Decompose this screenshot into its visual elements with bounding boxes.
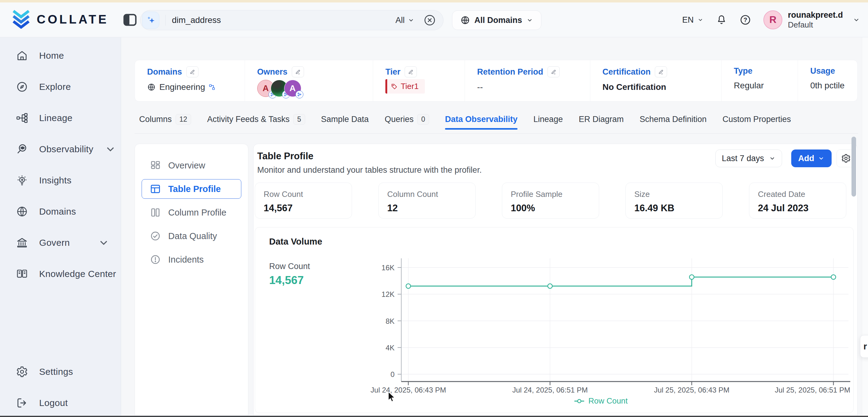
help-button[interactable]: ?	[740, 14, 751, 26]
tab-columns[interactable]: Columns12	[139, 114, 191, 126]
tier-badge[interactable]: Tier1	[385, 79, 425, 94]
search-input[interactable]: dim_address	[172, 15, 221, 25]
gear-icon	[841, 154, 851, 163]
profiler-subnav: Overview Table Profile Column Profile Da…	[134, 144, 248, 416]
svg-text:Jul 24, 2025, 06:43 PM: Jul 24, 2025, 06:43 PM	[371, 386, 446, 394]
tab-sample-data[interactable]: Sample Data	[321, 115, 369, 125]
legend-marker-icon	[574, 398, 585, 404]
sidebar-item-observability[interactable]: Observability	[0, 139, 121, 159]
columns-icon	[150, 207, 161, 218]
chevron-down-icon	[104, 143, 117, 155]
domain-filter-dropdown[interactable]: All Domains	[452, 10, 541, 30]
sidebar-item-knowledge-center[interactable]: Knowledge Center	[0, 264, 121, 284]
legend-row-count[interactable]: Row Count	[347, 396, 855, 406]
edit-retention-button[interactable]	[548, 66, 560, 77]
meta-type: Type Regular	[721, 60, 798, 101]
stat-card-row-count: Row Count 14,567	[255, 183, 352, 219]
sidebar-item-logout[interactable]: Logout	[0, 393, 121, 413]
tag-icon	[391, 83, 398, 90]
global-search-bar[interactable]: dim_address All	[140, 10, 443, 30]
subnav-incidents[interactable]: Incidents	[142, 250, 241, 269]
ai-sparkle-button[interactable]	[142, 11, 159, 29]
sidebar-item-insights[interactable]: Insights	[0, 170, 121, 190]
sidebar-item-explore[interactable]: Explore	[0, 77, 121, 97]
sidebar-item-settings[interactable]: Settings	[0, 362, 121, 382]
logout-icon	[16, 397, 28, 409]
sidebar-item-domains[interactable]: Domains	[0, 202, 121, 221]
header-actions: EN ? R rounakpreet.d	[682, 2, 860, 37]
svg-text:?: ?	[744, 17, 747, 23]
chart-metric-label: Row Count	[269, 262, 310, 271]
sidebar-item-govern[interactable]: Govern	[0, 233, 121, 253]
data-volume-card: Data Volume Row Count 14,567 04K8K12K16K…	[255, 227, 854, 413]
subnav-data-quality[interactable]: Data Quality	[142, 226, 241, 246]
meta-retention-period: Retention Period --	[465, 60, 590, 101]
tab-schema-definition[interactable]: Schema Definition	[640, 115, 707, 125]
bank-icon	[16, 237, 28, 249]
stat-card-profile-sample: Profile Sample 100%	[502, 183, 599, 219]
sidebar-item-lineage[interactable]: Lineage	[0, 108, 121, 128]
link-icon	[297, 92, 302, 97]
tab-data-observability[interactable]: Data Observability	[445, 115, 518, 125]
chevron-down-icon	[408, 17, 414, 24]
chart-metric-value: 14,567	[269, 274, 304, 287]
pencil-icon	[658, 69, 664, 75]
tab-queries[interactable]: Queries0	[385, 114, 429, 126]
subnav-overview[interactable]: Overview	[142, 156, 241, 175]
app-root: COLLATE dim_address All	[0, 0, 868, 417]
edit-domains-button[interactable]	[186, 66, 198, 77]
table-icon	[150, 184, 161, 194]
edit-tier-button[interactable]	[405, 66, 417, 77]
floating-widget[interactable]: r	[860, 335, 868, 358]
sidebar-footer: Settings Logout	[0, 362, 121, 413]
profile-stats: Row Count 14,567 Column Count 12 Profile…	[255, 183, 846, 219]
svg-text:0: 0	[391, 370, 395, 379]
notifications-button[interactable]	[716, 14, 727, 26]
divider	[165, 15, 166, 26]
type-value: Regular	[734, 81, 764, 91]
svg-text:Jul 24, 2025, 06:51 PM: Jul 24, 2025, 06:51 PM	[512, 386, 588, 394]
edit-certification-button[interactable]	[655, 66, 667, 77]
search-clear-button[interactable]	[424, 14, 436, 26]
screen-bottom-edge	[0, 416, 868, 417]
chevron-down-icon	[769, 155, 776, 162]
stat-card-size: Size 16.49 KB	[625, 183, 723, 219]
check-circle-icon	[150, 230, 161, 242]
sidebar-collapse-button[interactable]	[123, 13, 137, 26]
subnav-table-profile[interactable]: Table Profile	[142, 179, 241, 199]
insights-icon	[16, 174, 28, 187]
svg-text:8K: 8K	[386, 317, 395, 325]
search-scope-dropdown[interactable]: All	[396, 15, 414, 25]
edit-owners-button[interactable]	[292, 66, 304, 77]
scrollbar-thumb[interactable]	[851, 137, 856, 197]
globe-icon	[460, 15, 470, 25]
chevron-down-icon	[853, 16, 860, 24]
chevron-down-icon	[818, 155, 825, 162]
tab-activity-feeds[interactable]: Activity Feeds & Tasks5	[207, 114, 305, 126]
book-icon	[16, 268, 28, 280]
svg-text:4K: 4K	[386, 344, 395, 352]
sidebar-item-home[interactable]: Home	[0, 46, 121, 65]
brand-logo[interactable]: COLLATE	[11, 10, 108, 29]
tab-badge: 12	[176, 114, 191, 125]
stat-card-created-date: Created Date 24 Jul 2023	[749, 183, 846, 219]
add-button[interactable]: Add	[791, 150, 832, 167]
language-dropdown[interactable]: EN	[682, 15, 704, 25]
svg-text:Jul 25, 2025, 06:51 PM: Jul 25, 2025, 06:51 PM	[775, 386, 850, 394]
subnav-column-profile[interactable]: Column Profile	[142, 203, 241, 222]
tab-lineage[interactable]: Lineage	[533, 115, 563, 125]
tab-er-diagram[interactable]: ER Diagram	[579, 115, 624, 125]
row-count-chart[interactable]: 04K8K12K16KJul 24, 2025, 06:43 PMJul 24,…	[347, 252, 855, 395]
tab-custom-properties[interactable]: Custom Properties	[722, 115, 791, 125]
owner-avatars[interactable]: A A	[257, 80, 373, 97]
user-menu[interactable]: R rounakpreet.d Default	[764, 10, 860, 30]
page-scrollbar-track[interactable]	[862, 37, 868, 416]
sparkle-icon	[146, 15, 156, 25]
meta-tier: Tier Tier1	[373, 60, 465, 101]
chevron-down-icon	[526, 17, 533, 24]
pencil-icon	[295, 69, 301, 75]
certification-value: No Certification	[602, 82, 666, 92]
time-range-dropdown[interactable]: Last 7 days	[715, 150, 782, 167]
domains-value[interactable]: Engineering	[147, 82, 245, 92]
svg-text:16K: 16K	[381, 263, 395, 272]
